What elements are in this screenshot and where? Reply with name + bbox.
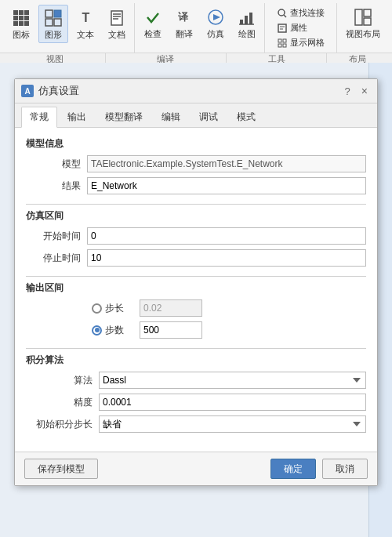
- dialog-titlebar: A 仿真设置 ? ×: [15, 79, 377, 103]
- tab-general[interactable]: 常规: [21, 107, 57, 128]
- svg-rect-21: [283, 39, 286, 42]
- stop-time-input[interactable]: [87, 249, 366, 267]
- step-radio-label[interactable]: 步长: [92, 302, 135, 315]
- check-button[interactable]: 检查: [139, 5, 167, 42]
- check-icon: [142, 6, 164, 28]
- dialog-help-button[interactable]: ?: [342, 85, 354, 97]
- svg-rect-23: [283, 44, 286, 47]
- dialog-close-button[interactable]: ×: [358, 85, 371, 97]
- result-field-input[interactable]: [87, 177, 366, 194]
- sim-interval-section: 仿真区间 开始时间 停止时间: [26, 204, 366, 267]
- translate-button[interactable]: 译 翻译: [170, 5, 198, 42]
- simulate-label: 仿真: [207, 28, 224, 40]
- icon-view-icon: [10, 7, 32, 29]
- footer-left: 保存到模型: [24, 459, 98, 479]
- svg-line-16: [284, 15, 286, 17]
- draw-button[interactable]: 绘图: [233, 5, 261, 42]
- steps-value-input[interactable]: [140, 321, 202, 339]
- steps-radio-label[interactable]: 步数: [92, 324, 135, 337]
- step-radio-button[interactable]: [92, 303, 102, 314]
- dialog-title: 仿真设置: [38, 84, 337, 98]
- grid-icon: [13, 10, 29, 26]
- svg-rect-0: [45, 10, 53, 17]
- dialog-app-icon: A: [21, 85, 34, 97]
- start-time-input[interactable]: [87, 227, 366, 245]
- simulate-button[interactable]: 仿真: [201, 5, 230, 42]
- doc-view-icon: [106, 7, 128, 29]
- shape-view-button[interactable]: 图形: [38, 5, 68, 43]
- text-t-icon: T: [82, 12, 90, 24]
- steps-label-text: 步数: [105, 324, 124, 337]
- algorithm-label: 算法: [26, 374, 93, 387]
- stop-time-row: 停止时间: [26, 249, 366, 267]
- result-row: 结果: [26, 177, 366, 194]
- text-view-icon: T: [74, 7, 96, 29]
- svg-rect-2: [45, 19, 53, 26]
- cancel-button[interactable]: 取消: [322, 459, 368, 479]
- svg-rect-20: [278, 39, 281, 42]
- shapes-svg: [45, 9, 62, 27]
- find-connect-button[interactable]: 查找连接: [276, 6, 326, 20]
- dialog-footer: 保存到模型 确定 取消: [15, 452, 377, 485]
- svg-rect-4: [111, 11, 122, 25]
- step-label-text: 步长: [105, 302, 124, 315]
- doc-view-label: 文档: [108, 29, 125, 41]
- tab-model-translate[interactable]: 模型翻译: [96, 107, 151, 127]
- layout-label: 视图布局: [346, 28, 380, 40]
- svg-rect-22: [278, 44, 281, 47]
- svg-rect-11: [240, 20, 243, 24]
- toolbar-layout-group: 视图布局: [339, 3, 387, 53]
- main-area: A 仿真设置 ? × 常规 输出 模型翻译 编辑 调试 模式 模型信息 模型: [0, 63, 392, 537]
- show-grid-button[interactable]: 显示网格: [276, 36, 326, 49]
- translate-label: 翻译: [176, 28, 193, 40]
- step-radio-row: 步长: [26, 299, 366, 317]
- svg-rect-25: [364, 9, 371, 16]
- text-view-label: 文本: [77, 29, 94, 41]
- steps-radio-row: 步数: [26, 321, 366, 339]
- algorithm-select[interactable]: Dassl Euler RungeKutta: [99, 372, 366, 389]
- layout-button[interactable]: 视图布局: [343, 5, 383, 42]
- tab-edit[interactable]: 编辑: [153, 107, 189, 127]
- shape-view-label: 图形: [45, 29, 62, 41]
- icon-view-button[interactable]: 图标: [7, 5, 35, 42]
- simulation-dialog: A 仿真设置 ? × 常规 输出 模型翻译 编辑 调试 模式 模型信息 模型: [14, 78, 378, 486]
- svg-rect-3: [54, 19, 61, 26]
- svg-rect-12: [245, 16, 248, 24]
- svg-marker-10: [213, 14, 220, 20]
- init-step-select[interactable]: 缺省 自动 手动: [99, 415, 366, 433]
- doc-svg: [111, 10, 123, 26]
- svg-point-15: [278, 9, 285, 16]
- svg-rect-1: [54, 10, 61, 17]
- properties-button[interactable]: 属性: [276, 21, 326, 34]
- grid-show-icon: [278, 38, 287, 48]
- icon-view-label: 图标: [13, 29, 30, 41]
- translate-svg: 译: [176, 9, 192, 25]
- init-step-row: 初始积分步长 缺省 自动 手动: [26, 415, 366, 433]
- stop-time-label: 停止时间: [26, 252, 81, 265]
- toolbar-tools-group: 查找连接 属性 显示网格: [267, 3, 337, 53]
- tab-output[interactable]: 输出: [59, 107, 95, 127]
- svg-text:译: 译: [178, 11, 189, 23]
- properties-icon: [278, 24, 287, 33]
- draw-label: 绘图: [238, 28, 256, 40]
- text-view-button[interactable]: T 文本: [71, 5, 100, 42]
- step-value-input[interactable]: [140, 299, 202, 317]
- save-to-model-button[interactable]: 保存到模型: [24, 459, 98, 479]
- steps-radio-button[interactable]: [92, 325, 102, 336]
- check-label: 检查: [144, 28, 162, 40]
- confirm-button[interactable]: 确定: [270, 459, 316, 479]
- precision-input[interactable]: [99, 394, 366, 411]
- chart-svg: [238, 9, 256, 26]
- doc-view-button[interactable]: 文档: [103, 5, 131, 42]
- footer-right: 确定 取消: [270, 459, 368, 479]
- start-time-row: 开始时间: [26, 227, 366, 245]
- simulate-icon: [205, 6, 227, 28]
- toolbar: 图标 图形 T: [0, 0, 392, 63]
- precision-row: 精度: [26, 394, 366, 411]
- show-grid-label: 显示网格: [290, 37, 325, 49]
- check-svg: [145, 9, 161, 25]
- svg-rect-24: [355, 9, 362, 25]
- tab-debug[interactable]: 调试: [191, 107, 227, 127]
- model-field-input[interactable]: [87, 155, 366, 172]
- tab-mode[interactable]: 模式: [228, 107, 264, 127]
